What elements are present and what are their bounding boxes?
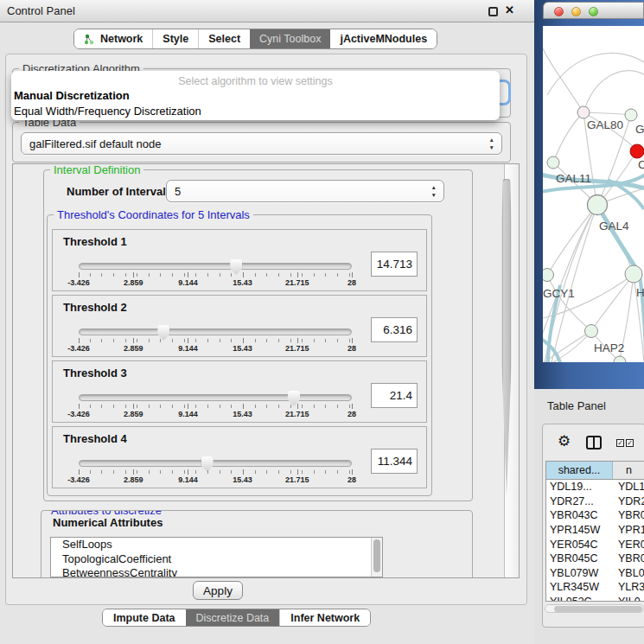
tab-discretize-data[interactable]: Discretize Data [186, 609, 280, 626]
table-cell[interactable]: YBR043C [546, 509, 613, 521]
tab-jactivemnodules[interactable]: jActiveMNodules [330, 29, 437, 48]
close-icon[interactable]: ✕ [505, 3, 514, 16]
node-label: GA [635, 123, 644, 136]
node-bottom-partial[interactable] [614, 356, 626, 362]
node-right[interactable] [625, 265, 642, 283]
column-header-name[interactable]: n [613, 462, 644, 479]
table-cell[interactable]: YLR3 [613, 581, 644, 593]
slider-track[interactable] [79, 328, 352, 335]
dropdown-option-manual[interactable]: Manual Discretization [11, 89, 500, 103]
spinner-arrows-icon[interactable]: ▲▼ [489, 136, 494, 151]
tick-label: 9.144 [178, 475, 198, 484]
table-row[interactable]: YDR27...YDR2 [546, 494, 644, 509]
table-cell[interactable]: YER0 [613, 539, 644, 551]
threshold-slider[interactable]: -3.4262.8599.14415.4321.71528 [79, 458, 352, 484]
slider-track[interactable] [79, 394, 352, 401]
tick-label: 15.43 [233, 410, 252, 418]
threshold-value-field[interactable] [371, 449, 418, 474]
minimize-traffic-light-icon[interactable] [571, 7, 581, 16]
tab-style[interactable]: Style [152, 29, 198, 48]
table-panel: Table Panel ⚙ ✓ ✓ shared... n YDL19...YD… [534, 389, 644, 644]
node-gal11[interactable] [547, 156, 559, 169]
node-table[interactable]: shared... n YDL19...YDL1YDR27...YDR2YBR0… [545, 461, 644, 602]
table-row[interactable]: YER054CYER0 [546, 537, 644, 552]
node-gal80[interactable] [577, 106, 590, 118]
slider-track[interactable] [79, 263, 352, 270]
threshold-slider[interactable]: -3.4262.8599.14415.4321.71528 [79, 392, 352, 418]
threshold-slider[interactable]: -3.4262.8599.14415.4321.71528 [79, 327, 352, 353]
threshold-slider[interactable]: -3.4262.8599.14415.4321.71528 [79, 261, 352, 287]
table-row[interactable]: YLR345WYLR3 [546, 580, 644, 595]
table-scrollbar-thumb[interactable] [554, 606, 642, 612]
node-gcy1[interactable] [543, 269, 554, 282]
zoom-traffic-light-icon[interactable] [589, 7, 598, 16]
threshold-value-field[interactable] [371, 383, 418, 408]
tick-label: 15.43 [233, 278, 252, 287]
cytopanel-tab-bar: Network Style Select Cyni Toolbox jActiv… [73, 29, 437, 49]
table-cell[interactable]: YBR045C [546, 552, 613, 564]
numerical-attributes-list[interactable]: SelfLoopsTopologicalCoefficientBetweenne… [50, 537, 383, 577]
columns-icon[interactable] [586, 436, 602, 450]
table-cell[interactable]: YDL19... [546, 481, 613, 493]
tab-infer-network[interactable]: Infer Network [279, 609, 370, 626]
threshold-value-field[interactable] [371, 317, 418, 342]
slider-tick-labels: -3.4262.8599.14415.4321.71528 [79, 278, 352, 289]
select-columns-icon[interactable]: ✓ ✓ [616, 439, 634, 447]
table-cell[interactable]: YDR2 [613, 495, 644, 507]
table-cell[interactable]: YER054C [546, 539, 613, 551]
tab-select[interactable]: Select [198, 29, 250, 48]
tab-impute-data[interactable]: Impute Data [103, 609, 186, 626]
gear-icon[interactable]: ⚙ [558, 432, 571, 450]
slider-track[interactable] [79, 460, 352, 467]
close-traffic-light-icon[interactable] [554, 7, 564, 16]
table-cell[interactable]: YBR0 [613, 552, 644, 564]
table-cell[interactable]: YPR1 [613, 524, 644, 536]
tab-network[interactable]: Network [74, 29, 152, 48]
panel-scrollbar[interactable] [504, 164, 519, 577]
numerical-attributes-label: Numerical Attributes [53, 516, 163, 529]
table-cell[interactable]: YBR0 [613, 509, 644, 521]
table-cell[interactable]: YPR145W [546, 524, 613, 536]
node-top-right[interactable] [625, 109, 637, 121]
table-cell[interactable]: YBL079W [546, 567, 613, 579]
table-row[interactable]: YDL19...YDL1 [546, 480, 644, 494]
threshold-value-field[interactable] [371, 252, 418, 277]
tab-cyni-toolbox[interactable]: Cyni Toolbox [250, 29, 330, 48]
dropdown-option-equal-width[interactable]: Equal Width/Frequency Discretization [11, 105, 500, 118]
network-canvas[interactable]: GAL80 GA C GAL11 GAL4 GCY1 HA HAP2 [543, 26, 644, 362]
list-item[interactable]: BetweennessCentrality [51, 566, 382, 577]
spinner-arrows-icon[interactable]: ▲▼ [431, 183, 437, 199]
panel-scrollbar-thumb[interactable] [502, 179, 512, 497]
column-header-shared-name[interactable]: shared... [546, 462, 613, 479]
list-item[interactable]: TopologicalCoefficient [51, 552, 382, 567]
table-cell[interactable]: YDR27... [546, 495, 613, 507]
node-selected-red[interactable] [630, 144, 644, 158]
table-row[interactable]: YBL079WYBL0 [546, 566, 644, 581]
network-graph: GAL80 GA C GAL11 GAL4 GCY1 HA HAP2 [543, 26, 644, 362]
network-nodes[interactable] [543, 106, 644, 362]
node-gal4[interactable] [588, 195, 608, 215]
list-scrollbar-thumb[interactable] [373, 539, 380, 572]
apply-button[interactable]: Apply [193, 581, 243, 600]
table-row[interactable]: YBR045CYBR0 [546, 552, 644, 566]
table-cell[interactable]: YBL0 [613, 567, 644, 579]
table-row[interactable]: YPR145WYPR1 [546, 523, 644, 538]
tick-label: 21.715 [285, 475, 309, 484]
table-horizontal-scrollbar[interactable] [545, 604, 644, 613]
table-cell[interactable]: YIL052C [546, 596, 613, 602]
table-row[interactable]: YBR043CYBR0 [546, 508, 644, 523]
threshold-panel-3: Threshold 3 -3.4262.8599.14415.4321.7152… [52, 360, 427, 423]
table-cell[interactable]: YDL1 [613, 481, 644, 493]
table-data-combobox[interactable]: galFiltered.sif default node ▲▼ [21, 132, 502, 155]
node-hap2[interactable] [585, 325, 598, 338]
number-of-intervals-combobox[interactable]: 5 ▲▼ [166, 180, 444, 202]
node-label: GCY1 [543, 287, 575, 300]
tab-label: Style [163, 33, 188, 45]
table-cell[interactable]: YIL0 [613, 596, 644, 602]
list-scrollbar[interactable] [371, 538, 382, 577]
list-item[interactable]: SelfLoops [51, 538, 382, 552]
table-cell[interactable]: YLR345W [546, 581, 613, 593]
float-window-icon[interactable] [488, 7, 498, 16]
table-row[interactable]: YIL052CYIL0 [546, 595, 644, 602]
dropdown-placeholder-option[interactable]: Select algorithm to view settings [11, 75, 500, 87]
